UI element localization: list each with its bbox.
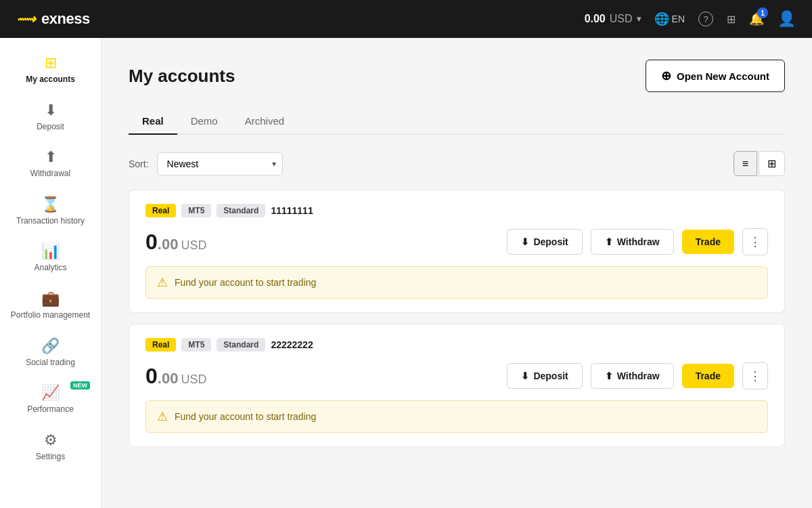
new-badge: NEW	[70, 381, 90, 389]
balance-display[interactable]: 0.00 USD ▾	[585, 13, 641, 25]
deposit-button-2[interactable]: ⬇ Deposit	[507, 363, 582, 389]
withdrawal-icon: ⬆	[45, 148, 57, 166]
language-selector[interactable]: 🌐 EN	[654, 12, 685, 26]
deposit-icon-2: ⬇	[521, 371, 529, 381]
grid-view-button[interactable]: ⊞	[759, 151, 785, 176]
logo-icon: ⟿	[16, 11, 36, 27]
sidebar-item-my-accounts[interactable]: ⊞ My accounts	[0, 46, 101, 93]
sidebar: ⊞ My accounts ⬇ Deposit ⬆ Withdrawal ⌛ T…	[0, 38, 102, 508]
warning-icon-1: ⚠	[157, 275, 168, 290]
account-tier-badge-1: Standard	[217, 204, 265, 217]
tab-demo[interactable]: Demo	[177, 108, 231, 135]
account-card-body-1: 0.00USD ⬇ Deposit ⬆ Withdraw Trade	[145, 228, 768, 255]
plus-circle-icon: ⊕	[661, 68, 671, 83]
trade-button-2[interactable]: Trade	[682, 364, 734, 388]
user-icon: 👤	[777, 10, 796, 28]
sidebar-label-social: Social trading	[26, 358, 75, 368]
grid-icon: ⊞	[727, 13, 736, 26]
page-header: My accounts ⊕ Open New Account	[129, 60, 785, 92]
sidebar-label-performance: Performance	[27, 404, 74, 415]
account-card-header-1: Real MT5 Standard 11111111	[145, 204, 768, 217]
notifications-button[interactable]: 🔔 1	[749, 12, 764, 26]
transaction-icon: ⌛	[41, 196, 60, 213]
withdraw-icon-1: ⬆	[605, 236, 613, 247]
globe-icon: 🌐	[654, 12, 669, 26]
view-toggle: ≡ ⊞	[734, 151, 785, 176]
ellipsis-icon-1: ⋮	[749, 234, 761, 249]
account-actions-2: ⬇ Deposit ⬆ Withdraw Trade ⋮	[507, 362, 768, 389]
account-number-2: 22222222	[271, 339, 313, 350]
account-card-header-2: Real MT5 Standard 22222222	[145, 338, 768, 352]
sidebar-item-withdrawal[interactable]: ⬆ Withdrawal	[0, 140, 101, 188]
account-balance-2: 0.00USD	[145, 364, 206, 389]
sort-label: Sort:	[129, 158, 149, 169]
balance-decimal-1: .00	[158, 236, 179, 253]
sidebar-label-settings: Settings	[36, 452, 65, 463]
list-view-button[interactable]: ≡	[734, 151, 757, 176]
sidebar-item-transaction-history[interactable]: ⌛ Transaction history	[0, 188, 101, 235]
ellipsis-icon-2: ⋮	[749, 368, 761, 383]
sort-select[interactable]: Newest Oldest Balance (High to Low) Bala…	[157, 152, 283, 175]
balance-whole-1: 0	[145, 230, 158, 254]
account-number-1: 11111111	[271, 205, 313, 216]
accounts-icon: ⊞	[45, 54, 57, 72]
profile-button[interactable]: 👤	[777, 10, 796, 28]
sort-select-wrap: Newest Oldest Balance (High to Low) Bala…	[157, 152, 283, 175]
performance-icon: 📈	[41, 384, 60, 402]
main-content: My accounts ⊕ Open New Account Real Demo…	[102, 38, 812, 508]
warning-text-2: Fund your account to start trading	[175, 411, 316, 422]
logo-bird: 🕊	[97, 12, 110, 27]
balance-currency: USD	[610, 13, 633, 25]
nav-right: 0.00 USD ▾ 🌐 EN ? ⊞ 🔔 1 👤	[585, 10, 796, 28]
more-options-button-2[interactable]: ⋮	[742, 362, 768, 389]
sidebar-item-portfolio[interactable]: 💼 Portfolio management	[0, 282, 101, 329]
sidebar-item-social-trading[interactable]: 🔗 Social trading	[0, 329, 101, 377]
sidebar-label-withdrawal: Withdrawal	[30, 169, 70, 179]
account-actions-1: ⬇ Deposit ⬆ Withdraw Trade ⋮	[507, 228, 768, 255]
sidebar-item-analytics[interactable]: 📊 Analytics	[0, 234, 101, 282]
withdraw-button-1[interactable]: ⬆ Withdraw	[591, 229, 674, 255]
sidebar-label-transaction: Transaction history	[16, 216, 85, 227]
tab-real[interactable]: Real	[129, 108, 177, 135]
logo-area: ⟿ exness 🕊	[16, 10, 574, 28]
account-card-body-2: 0.00USD ⬇ Deposit ⬆ Withdraw Trade	[145, 362, 768, 389]
sidebar-item-performance[interactable]: 📈 Performance NEW	[0, 376, 101, 423]
account-tier-badge-2: Standard	[217, 338, 265, 352]
balance-whole-2: 0	[145, 364, 158, 388]
question-icon: ?	[698, 12, 713, 26]
sidebar-label-analytics: Analytics	[34, 263, 66, 274]
deposit-button-1[interactable]: ⬇ Deposit	[507, 229, 582, 255]
fund-warning-1: ⚠ Fund your account to start trading	[145, 266, 768, 299]
apps-button[interactable]: ⊞	[727, 13, 736, 26]
account-card-2: Real MT5 Standard 22222222 0.00USD ⬇ Dep…	[129, 324, 785, 447]
warning-text-1: Fund your account to start trading	[175, 277, 316, 288]
sort-wrapper: Sort: Newest Oldest Balance (High to Low…	[129, 152, 283, 175]
tab-archived[interactable]: Archived	[231, 108, 298, 135]
analytics-icon: 📊	[41, 242, 60, 260]
accounts-toolbar: Sort: Newest Oldest Balance (High to Low…	[129, 151, 785, 176]
balance-decimal-2: .00	[158, 370, 179, 387]
deposit-icon-1: ⬇	[521, 236, 529, 247]
withdraw-button-2[interactable]: ⬆ Withdraw	[591, 363, 674, 389]
language-label: EN	[672, 14, 685, 24]
sidebar-item-settings[interactable]: ⚙ Settings	[0, 423, 101, 471]
account-balance-1: 0.00USD	[145, 230, 206, 255]
trade-button-1[interactable]: Trade	[682, 230, 734, 254]
balance-currency-1: USD	[181, 238, 206, 252]
deposit-icon: ⬇	[45, 102, 57, 119]
top-navigation: ⟿ exness 🕊 0.00 USD ▾ 🌐 EN ? ⊞ 🔔 1 👤	[0, 0, 812, 38]
notification-count: 1	[757, 7, 768, 18]
list-icon: ≡	[742, 158, 748, 169]
help-button[interactable]: ?	[698, 12, 713, 26]
more-options-button-1[interactable]: ⋮	[742, 228, 768, 255]
grid-view-icon: ⊞	[767, 158, 776, 169]
account-type-badge-1: Real	[145, 204, 176, 217]
settings-icon: ⚙	[44, 431, 58, 449]
fund-warning-2: ⚠ Fund your account to start trading	[145, 400, 768, 433]
account-platform-badge-1: MT5	[181, 204, 211, 217]
warning-icon-2: ⚠	[157, 409, 168, 424]
sidebar-label-accounts: My accounts	[26, 75, 75, 85]
balance-currency-2: USD	[181, 373, 206, 386]
sidebar-item-deposit[interactable]: ⬇ Deposit	[0, 93, 101, 141]
open-new-account-button[interactable]: ⊕ Open New Account	[646, 60, 785, 92]
